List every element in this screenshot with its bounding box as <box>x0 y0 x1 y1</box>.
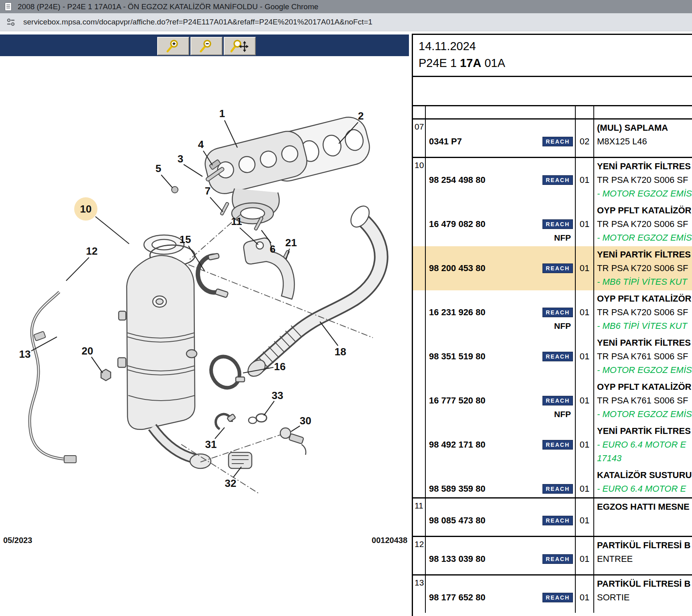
part-number: 98 254 498 80 <box>429 175 486 185</box>
quantity: 01 <box>576 173 593 187</box>
part-description-line: TR PSA K761 S006 SF <box>597 350 692 363</box>
reach-badge[interactable]: REACH <box>542 308 573 317</box>
reach-badge[interactable]: REACH <box>542 593 573 602</box>
callout-15[interactable]: 15 <box>180 234 191 245</box>
zoom-out-button[interactable] <box>190 37 223 55</box>
reach-badge[interactable]: REACH <box>542 516 573 525</box>
part-row: 1098 254 498 80REACH01YENİ PARTİK FİLTRE… <box>413 157 692 202</box>
callout-11[interactable]: 11 <box>231 216 242 227</box>
part-description-line: YENİ PARTİK FİLTRES <box>597 248 692 261</box>
item-number: 13 <box>413 575 426 613</box>
viewer-toolbar <box>0 34 409 56</box>
window-title: 2008 (P24E) - P24E 1 17A01A - ÖN EGZOZ K… <box>18 2 318 11</box>
callout-1[interactable]: 1 <box>219 108 225 119</box>
reach-badge[interactable]: REACH <box>542 175 573 185</box>
zoom-in-button[interactable] <box>157 37 189 55</box>
part-line: 16 777 520 80REACH <box>429 394 575 407</box>
quantity-cell: 01 <box>576 379 594 423</box>
callout-leader-12 <box>66 257 89 281</box>
diagram-date: 05/2023 <box>3 536 32 545</box>
part-row: 98 492 171 80REACH01YENİ PARTİK FİLTRES-… <box>413 423 692 467</box>
description-cell: OYP PFLT KATALİZÖRTR PSA K720 S006 SF- M… <box>594 202 692 246</box>
description-cell: PARTİKÜL FİLTRESİ BSORTIE <box>594 575 692 613</box>
quantity-cell: 01 <box>576 202 594 246</box>
col-item <box>413 106 426 118</box>
callout-32[interactable]: 32 <box>225 478 237 488</box>
description-cell: OYP PFLT KATALİZÖRTR PSA K761 S006 SF- M… <box>594 379 692 423</box>
callout-10[interactable]: 10 <box>74 197 97 221</box>
callout-leader-33 <box>264 401 274 415</box>
reach-badge[interactable]: REACH <box>542 396 573 405</box>
site-settings-icon[interactable] <box>6 17 16 27</box>
quantity: 01 <box>576 350 593 363</box>
part-description-line: - EURO 6.4 MOTOR E <box>597 482 692 496</box>
quantity: 01 <box>576 306 593 319</box>
quantity: 01 <box>576 394 593 407</box>
callout-33[interactable]: 33 <box>272 390 283 401</box>
callout-leader-7 <box>210 197 223 212</box>
nfp-flag: NFP <box>429 231 575 245</box>
page-document-icon <box>5 2 12 11</box>
zoom-pan-button[interactable] <box>224 37 256 55</box>
quantity-cell: 01 <box>576 290 594 334</box>
reach-badge[interactable]: REACH <box>542 484 573 494</box>
part-row: 1198 085 473 80REACH01EGZOS HATTI MESNE <box>413 497 692 536</box>
part-number: 16 777 520 80 <box>429 395 486 406</box>
part-description-line: TR PSA K761 S006 SF <box>597 394 692 407</box>
part-cell: 16 777 520 80REACHNFP <box>426 379 576 423</box>
callout-13[interactable]: 13 <box>19 349 31 359</box>
part-description-line: YENİ PARTİK FİLTRES <box>597 336 692 350</box>
description-cell: PARTİKÜL FİLTRESİ BENTREE <box>594 537 692 574</box>
window-title-bar: 2008 (P24E) - P24E 1 17A01A - ÖN EGZOZ K… <box>0 0 692 13</box>
callout-5[interactable]: 5 <box>156 163 161 174</box>
part-description-line: PARTİKÜL FİLTRESİ B <box>597 577 692 591</box>
callout-2[interactable]: 2 <box>358 111 364 121</box>
part-description-line: TR PSA K720 S006 SF <box>597 217 692 231</box>
reach-badge[interactable]: REACH <box>542 554 573 564</box>
reach-badge[interactable]: REACH <box>542 219 573 229</box>
reach-badge[interactable]: REACH <box>542 440 573 450</box>
callout-30[interactable]: 30 <box>300 415 312 426</box>
exhaust-pipe <box>245 203 381 379</box>
callout-leader-31 <box>215 428 225 439</box>
quantity-cell: 01 <box>576 498 594 536</box>
reach-badge[interactable]: REACH <box>542 263 573 273</box>
part-description-line: YENİ PARTİK FİLTRES <box>597 424 692 438</box>
callout-6[interactable]: 6 <box>270 244 275 254</box>
table-header: 14.11.2024 P24E 1 17A 01A <box>413 35 692 77</box>
callout-leader-3 <box>184 164 202 176</box>
url-text[interactable]: servicebox.mpsa.com/docapvpr/affiche.do?… <box>23 18 372 26</box>
reach-badge[interactable]: REACH <box>542 352 573 361</box>
zoom-pan-icon <box>231 40 249 53</box>
part-line: 98 589 359 80REACH <box>429 482 575 496</box>
url-bar[interactable]: servicebox.mpsa.com/docapvpr/affiche.do?… <box>0 13 692 31</box>
callout-leader-20 <box>91 357 103 373</box>
callout-16[interactable]: 16 <box>274 361 286 372</box>
part-cell: 16 231 926 80REACHNFP <box>426 290 576 334</box>
part-description-line: - MOTOR EGZOZ EMİS <box>597 363 692 377</box>
part-cell: 98 589 359 80REACH <box>426 467 576 497</box>
callout-12[interactable]: 12 <box>86 246 98 256</box>
description-cell: YENİ PARTİK FİLTRES- EURO 6.4 MOTOR E171… <box>594 423 692 467</box>
callout-7[interactable]: 7 <box>205 186 210 196</box>
callout-31[interactable]: 31 <box>205 439 217 450</box>
description-cell: (MUL) SAPLAMAM8X125 L46 <box>594 120 692 157</box>
callout-3[interactable]: 3 <box>178 154 183 164</box>
item-number <box>413 334 426 379</box>
col-qty <box>576 106 594 118</box>
callout-20[interactable]: 20 <box>82 346 93 356</box>
quantity: 01 <box>576 261 593 275</box>
part-line: 98 133 039 80REACH <box>429 552 575 566</box>
callout-4[interactable]: 4 <box>198 139 204 150</box>
item-number: 10 <box>413 158 426 202</box>
exploded-diagram-pane: 123457621111512101320161833303132 05/202… <box>0 56 409 616</box>
reach-badge[interactable]: REACH <box>542 137 573 146</box>
part-cell: 98 133 039 80REACH <box>426 537 576 574</box>
part-number: 98 200 453 80 <box>429 263 486 274</box>
item-number <box>413 467 426 497</box>
col-desc <box>594 106 692 118</box>
part-cell: 0341 P7REACH <box>426 120 576 157</box>
part-description-line: EGZOS HATTI MESNE <box>597 500 692 514</box>
callout-21[interactable]: 21 <box>285 237 297 248</box>
callout-18[interactable]: 18 <box>335 346 346 357</box>
